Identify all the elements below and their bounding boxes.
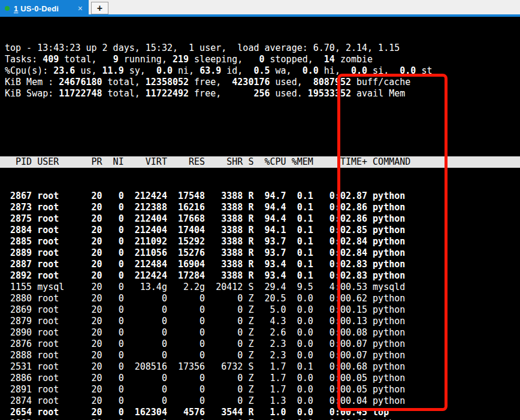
- process-row: 2879 root 20 0 0 0 0 Z 4.3 0.0 0:00.13 p…: [5, 316, 520, 327]
- process-row: 2891 root 20 0 0 0 0 Z 1.7 0.0 0:00.05 p…: [5, 384, 520, 395]
- session-status-dot-icon: [5, 6, 10, 11]
- process-table-header: PID USER PR NI VIRT RES SHR S %CPU %MEM …: [0, 156, 520, 168]
- summary-line: KiB Swap: 11722748 total, 11722492 free,…: [5, 88, 520, 99]
- process-row: 2886 root 20 0 0 0 0 Z 1.7 0.0 0:00.05 p…: [5, 373, 520, 384]
- tab-bar: 1 US-0-Dedi × +: [0, 0, 520, 17]
- tab-label: US-0-Dedi: [20, 4, 59, 13]
- process-row: 2887 root 20 0 212484 16904 3388 R 93.4 …: [5, 259, 520, 270]
- close-tab-icon[interactable]: ×: [77, 4, 84, 13]
- process-row: 2892 root 20 0 212424 17284 3388 R 93.4 …: [5, 270, 520, 282]
- process-row: 2875 root 20 0 212404 17668 3388 R 94.4 …: [5, 213, 520, 225]
- process-row: 2890 root 20 0 0 0 0 Z 2.6 0.0 0:00.08 p…: [5, 327, 520, 339]
- process-table: 2867 root 20 0 212424 17548 3388 R 94.7 …: [5, 191, 520, 420]
- summary-line: top - 13:43:23 up 2 days, 15:32, 1 user,…: [5, 43, 520, 54]
- terminal-tab[interactable]: 1 US-0-Dedi ×: [0, 0, 89, 17]
- summary-line: Tasks: 409 total, 9 running, 219 sleepin…: [5, 54, 520, 65]
- process-row: 2885 root 20 0 211092 15292 3388 R 93.7 …: [5, 236, 520, 247]
- process-row: 2867 root 20 0 212424 17548 3388 R 94.7 …: [5, 191, 520, 202]
- process-row: 1155 mysql 20 0 13.4g 2.2g 20412 S 29.4 …: [5, 282, 520, 293]
- process-row: 2880 root 20 0 0 0 0 Z 20.5 0.0 0:00.62 …: [5, 293, 520, 304]
- process-row: 2654 root 20 0 162304 4576 3544 R 1.0 0.…: [5, 407, 520, 418]
- summary-line: KiB Mem : 24676180 total, 12358052 free,…: [5, 77, 520, 88]
- tab-title: 1 US-0-Dedi: [14, 4, 59, 13]
- process-row: 2531 root 20 0 208516 17356 6732 S 1.7 0…: [5, 361, 520, 373]
- process-row: 2888 root 20 0 0 0 0 Z 2.3 0.0 0:00.07 p…: [5, 350, 520, 361]
- process-row: 2889 root 20 0 211056 15276 3388 R 93.7 …: [5, 247, 520, 259]
- process-row: 2869 root 20 0 0 0 0 Z 5.0 0.0 0:00.15 p…: [5, 304, 520, 316]
- tab-number: 1: [14, 4, 18, 13]
- top-summary: top - 13:43:23 up 2 days, 15:32, 1 user,…: [5, 43, 520, 99]
- process-row: 2884 root 20 0 212404 17404 3388 R 94.1 …: [5, 225, 520, 236]
- blank-line: [5, 122, 520, 134]
- summary-line: %Cpu(s): 23.6 us, 11.9 sy, 0.0 ni, 63.9 …: [5, 65, 520, 77]
- new-tab-button[interactable]: +: [91, 2, 108, 14]
- process-row: 2873 root 20 0 212388 16216 3388 R 94.4 …: [5, 202, 520, 213]
- process-row: 2876 root 20 0 0 0 0 Z 2.3 0.0 0:00.07 p…: [5, 339, 520, 350]
- process-row: 2874 root 20 0 0 0 0 Z 1.3 0.0 0:00.04 p…: [5, 395, 520, 407]
- terminal-screen[interactable]: top - 13:43:23 up 2 days, 15:32, 1 user,…: [0, 17, 520, 420]
